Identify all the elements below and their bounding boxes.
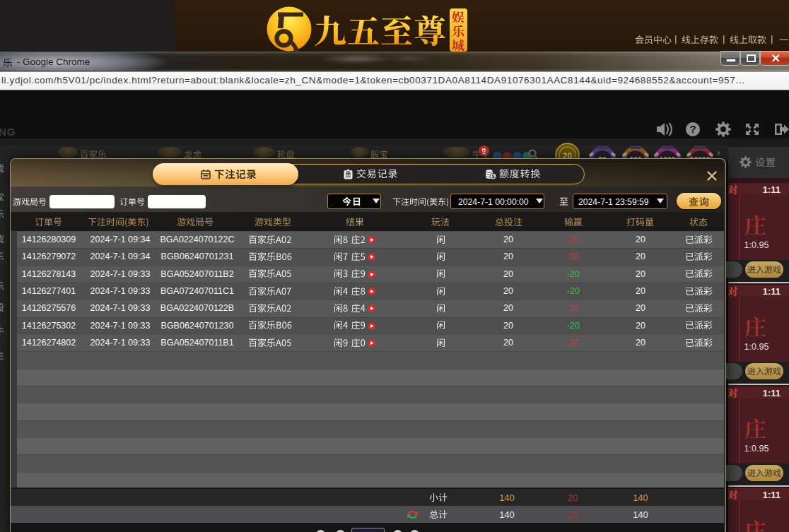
svg-text:?: ? xyxy=(689,123,696,135)
